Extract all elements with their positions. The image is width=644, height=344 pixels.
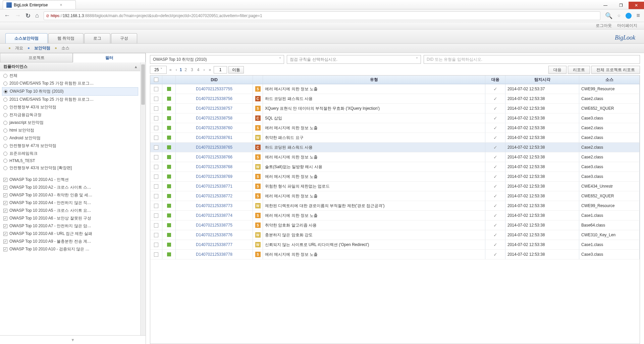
compliance-radio-item[interactable]: 2011 CWE/SANS Top 25 가장 위험한 프로그…: [2, 96, 138, 103]
type-cell[interactable]: 하드 코딩된 패스워드 사용: [263, 94, 485, 103]
did-cell[interactable]: D140702125338774: [176, 211, 253, 220]
forward-button[interactable]: →: [15, 12, 21, 19]
table-row[interactable]: D140702125338766S에러 메시지에 의한 정보 노출✓2014-0…: [150, 152, 640, 162]
type-cell[interactable]: 솔트(Salt)없는 일방향 해시 사용: [263, 162, 485, 171]
did-cell[interactable]: D140702125338756: [176, 94, 253, 103]
row-checkbox[interactable]: [150, 113, 162, 123]
owasp-check-item[interactable]: ✓OWASP Top 10 2010 A8 - URL 접근 제한 실패: [2, 230, 138, 238]
compliance-radio-item[interactable]: 2010 CWE/SANS Top 25 가장 위험한 프로그…: [2, 80, 138, 87]
table-row[interactable]: D140702125338777W신뢰되지 않는 사이트로 URL 리다이렉션 …: [150, 240, 640, 250]
source-cell[interactable]: Case3.class: [579, 162, 640, 171]
row-checkbox[interactable]: [150, 143, 162, 152]
row-checkbox[interactable]: [150, 104, 162, 113]
report-button[interactable]: 리포트: [568, 66, 590, 74]
type-cell[interactable]: 취약한 패스워드 요구: [263, 133, 485, 142]
url-input[interactable]: ⊘ https://192.168.1.3:8888/biglook/main.…: [44, 11, 601, 20]
row-checkbox[interactable]: [150, 250, 162, 259]
sidebar-scrollbar[interactable]: [140, 62, 146, 335]
owasp-check-item[interactable]: ✓OWASP Top 10 2010 A7 - 안전하지 않은 암…: [2, 222, 138, 230]
reload-button[interactable]: ↻: [25, 12, 31, 19]
source-cell[interactable]: Case2.class: [579, 133, 640, 142]
did-cell[interactable]: D140702125338778: [176, 250, 253, 259]
header-did[interactable]: DID: [176, 76, 253, 84]
did-cell[interactable]: D140702125338769: [176, 172, 253, 181]
source-cell[interactable]: Base64.class: [579, 220, 640, 230]
type-cell[interactable]: 에러 메시지에 의한 정보 노출: [263, 191, 485, 201]
all-project-report-button[interactable]: 전체 프로젝트 리포트: [591, 66, 640, 74]
mypage-link[interactable]: 마이페이지: [617, 23, 637, 29]
source-cell[interactable]: Case2.class: [579, 94, 640, 103]
prev-page-button[interactable]: ‹: [174, 67, 178, 72]
page-2[interactable]: 2: [183, 67, 188, 72]
type-cell[interactable]: 제한된 디렉토리에 대한 경로이름의 부적절한 제한('경로 접근공격'): [263, 201, 485, 210]
table-row[interactable]: D140702125338756C하드 코딩된 패스워드 사용✓2014-07-…: [150, 94, 640, 104]
table-row[interactable]: D140702125338769S에러 메시지에 의한 정보 노출✓2014-0…: [150, 172, 640, 182]
compliance-radio-item[interactable]: OWASP Top 10 취약점 (2010): [2, 87, 138, 96]
table-row[interactable]: D140702125338775S취약한 암호화 알고리즘 사용✓2014-07…: [150, 220, 640, 230]
source-cell[interactable]: Case2.class: [579, 143, 640, 152]
source-cell[interactable]: Case3.class: [579, 250, 640, 259]
row-checkbox[interactable]: [150, 182, 162, 191]
table-row[interactable]: D140702125338771S위험한 형식 파일의 제한없는 업로드✓201…: [150, 182, 640, 191]
did-cell[interactable]: D140702125338777: [176, 240, 253, 249]
did-cell[interactable]: D140702125338768: [176, 162, 253, 171]
compliance-select[interactable]: OWASP Top 10 취약점 (2010) ˅: [150, 55, 284, 64]
page-size-select[interactable]: 25 ˅: [150, 66, 167, 74]
tab-log[interactable]: 로그: [84, 33, 110, 43]
collapse-icon[interactable]: ▴: [135, 64, 137, 69]
respond-button[interactable]: 대응: [548, 66, 567, 74]
sidebar-tab-filter[interactable]: 필터: [73, 53, 146, 62]
table-row[interactable]: D140702125338765C하드 코딩된 패스워드 사용✓2014-07-…: [150, 143, 640, 152]
row-checkbox[interactable]: [150, 133, 162, 142]
row-checkbox[interactable]: [150, 172, 162, 181]
source-cell[interactable]: CWE652_XQUER: [579, 191, 640, 201]
source-cell[interactable]: Case3.class: [579, 172, 640, 181]
source-cell[interactable]: CWE99_Resource: [579, 201, 640, 210]
menu-icon[interactable]: ≡: [636, 12, 640, 19]
table-row[interactable]: D140702125338776W충분하지 않은 암호화 강도✓2014-07-…: [150, 230, 640, 240]
source-cell[interactable]: CWE652_XQUER: [579, 104, 640, 113]
did-cell[interactable]: D140702125338761: [176, 133, 253, 142]
page-1[interactable]: 1: [180, 67, 182, 72]
last-page-button[interactable]: »: [207, 67, 212, 72]
type-cell[interactable]: 에러 메시지에 의한 정보 노출: [263, 152, 485, 162]
type-cell[interactable]: 취약한 암호화 알고리즘 사용: [263, 220, 485, 230]
row-checkbox[interactable]: [150, 220, 162, 230]
type-cell[interactable]: SQL 삽입: [263, 113, 485, 123]
maximize-button[interactable]: ❐: [613, 2, 629, 9]
source-cell[interactable]: CWE99_Resource: [579, 84, 640, 94]
table-row[interactable]: D140702125338768W솔트(Salt)없는 일방향 해시 사용✓20…: [150, 162, 640, 172]
tab-source-security[interactable]: 소스보안약점: [5, 33, 48, 43]
page-3[interactable]: 3: [190, 67, 195, 72]
row-checkbox[interactable]: [150, 191, 162, 201]
compliance-radio-item[interactable]: 안전행정부 47개 보안약점: [2, 142, 138, 150]
compliance-radio-item[interactable]: javascript 보안약점: [2, 119, 138, 127]
row-checkbox[interactable]: [150, 84, 162, 94]
tab-web-vuln[interactable]: 웹 취약점: [48, 33, 84, 43]
bookmark-icon[interactable]: ☆: [617, 13, 621, 18]
table-row[interactable]: D140702125338772S에러 메시지에 의한 정보 노출✓2014-0…: [150, 191, 640, 201]
compliance-radio-item[interactable]: Android 보안약점: [2, 134, 138, 142]
minimize-button[interactable]: —: [598, 2, 613, 9]
did-cell[interactable]: D140702125338758: [176, 113, 253, 123]
sidebar-tab-project[interactable]: 프로젝트: [0, 53, 73, 62]
owasp-check-item[interactable]: ✓OWASP Top 10 2010 A6 - 보안상 잘못된 구성: [2, 214, 138, 222]
back-button[interactable]: ←: [4, 12, 10, 19]
compliance-radio-item[interactable]: 전자금융감독규정: [2, 111, 138, 119]
extension-icon[interactable]: [626, 13, 632, 19]
compliance-radio-item[interactable]: 표준프레임워크: [2, 150, 138, 157]
breadcrumb-overview[interactable]: 개요: [15, 45, 23, 51]
did-cell[interactable]: D140702125338766: [176, 152, 253, 162]
breadcrumb-defect[interactable]: 보안약점: [34, 45, 50, 51]
compliance-radio-item[interactable]: 안전행정부 43개 보안약점 [확장편]: [2, 164, 138, 172]
type-cell[interactable]: 충분하지 않은 암호화 강도: [263, 230, 485, 240]
tab-config[interactable]: 구성: [111, 33, 137, 43]
header-source[interactable]: 소스: [579, 76, 640, 84]
first-page-button[interactable]: «: [168, 67, 173, 72]
source-cell[interactable]: CWE310_Key_Len: [579, 230, 640, 240]
did-cell[interactable]: D140702125337755: [176, 84, 253, 94]
search-input[interactable]: DID 또는 유형을 입력하십시오.: [424, 55, 640, 64]
compliance-radio-item[interactable]: 전체: [2, 72, 138, 80]
table-row[interactable]: D140702125338761W취약한 패스워드 요구✓2014-07-02 …: [150, 133, 640, 143]
source-cell[interactable]: Case1.class: [579, 240, 640, 249]
